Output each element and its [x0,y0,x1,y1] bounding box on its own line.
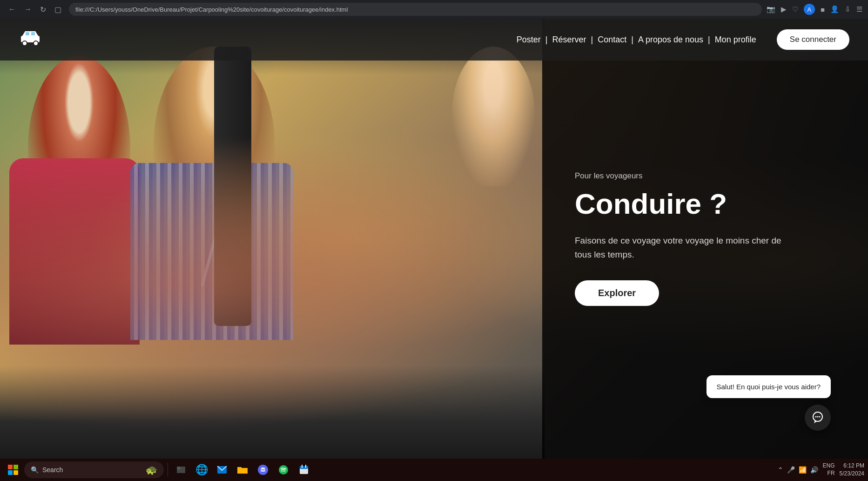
website-container: Poster | Réserver | Contact | A propos d… [0,19,868,459]
browser-nav-buttons: ← → ↻ ▢ [6,4,64,15]
connect-button[interactable]: Se connecter [777,29,849,50]
microphone-icon[interactable]: 🎤 [787,466,795,474]
address-text: file:///C:/Users/youss/OneDrive/Bureau/P… [75,6,348,13]
taskbar-app-spotify[interactable] [274,461,293,479]
nav-about[interactable]: A propos de nous [636,35,705,45]
taskbar-app-mail[interactable] [213,461,231,479]
date-display: 5/23/2024 [840,470,864,478]
nav-profile[interactable]: Mon profile [713,35,758,45]
hero-description: Faisons de ce voyage votre voyage le moi… [575,234,798,262]
svg-rect-9 [177,467,181,470]
back-button[interactable]: ← [6,4,19,14]
taskbar-search-icon: 🔍 [31,466,39,474]
svg-point-6 [815,416,817,418]
svg-rect-4 [31,32,35,35]
extensions-icon[interactable]: ■ [821,6,825,14]
browser-toolbar-icons: 📷 ▶ ♡ A ■ 👤 ⇩ ☰ [767,4,862,15]
start-button[interactable] [4,461,22,479]
time-display: 6:12 PM [840,462,864,470]
heart-icon[interactable]: ♡ [792,5,798,14]
nav-contact[interactable]: Contact [596,35,628,45]
taskbar-system-tray: ⌃ 🎤 📶 🔊 ENG FR 6:12 PM 5/23/2024 [778,462,864,478]
system-icons: ⌃ 🎤 📶 🔊 [778,466,818,474]
home-button[interactable]: ▢ [52,4,64,15]
nav-poster[interactable]: Poster [515,35,543,45]
chat-bubble: Salut! En quoi puis-je vous aider? [707,375,831,398]
svg-rect-11 [177,470,181,473]
chat-message: Salut! En quoi puis-je vous aider? [717,383,821,391]
svg-rect-10 [181,467,185,473]
volume-icon[interactable]: 🔊 [810,466,818,474]
account-circle-icon[interactable]: A [804,4,815,15]
browser-chrome: ← → ↻ ▢ file:///C:/Users/youss/OneDrive/… [0,0,868,19]
nav-sep-3: | [628,35,636,45]
taskbar-search-bar[interactable]: 🔍 Search 🐢 [24,461,164,478]
taskbar-search-text: Search [42,466,63,474]
taskbar-divider-1 [168,463,168,477]
navbar-links: Poster | Réserver | Contact | A propos d… [515,35,758,45]
navbar-logo[interactable] [19,29,42,50]
svg-point-1 [22,41,27,46]
nav-sep-2: | [588,35,596,45]
taskbar: 🔍 Search 🐢 🌐 ⌃ 🎤 📶 🔊 ENG FR 6:12 [0,459,868,481]
nav-reserver[interactable]: Réserver [551,35,588,45]
screenshot-icon[interactable]: 📷 [767,5,775,14]
taskbar-turtle-emoji: 🐢 [146,464,157,475]
address-bar[interactable]: file:///C:/Users/youss/OneDrive/Bureau/P… [69,3,762,16]
svg-point-14 [262,469,263,471]
forward-button[interactable]: → [21,4,34,14]
navbar: Poster | Réserver | Contact | A propos d… [0,19,868,61]
menu-icon[interactable]: ☰ [856,5,862,14]
explorer-button[interactable]: Explorer [575,280,659,306]
chat-button[interactable] [805,405,831,431]
language-indicator[interactable]: ENG FR [823,462,835,477]
taskbar-clock[interactable]: 6:12 PM 5/23/2024 [840,462,864,478]
nav-sep-4: | [705,35,713,45]
hero-title: Conduire ? [575,188,835,220]
svg-point-15 [263,469,265,471]
wifi-icon[interactable]: 📶 [799,466,807,474]
chevron-up-icon[interactable]: ⌃ [778,466,783,474]
refresh-button[interactable]: ↻ [37,4,49,15]
hero-subtitle: Pour les voyageurs [575,171,835,181]
svg-rect-3 [26,32,29,35]
svg-point-8 [819,416,821,418]
cast-icon[interactable]: ▶ [781,5,787,14]
svg-point-7 [817,416,819,418]
taskbar-app-discord[interactable] [254,461,272,479]
taskbar-app-edge[interactable]: 🌐 [192,461,211,479]
svg-point-2 [34,41,38,46]
windows-logo [8,465,18,475]
taskbar-app-calendar[interactable] [295,461,313,479]
profile-icon[interactable]: 👤 [830,5,839,14]
taskbar-app-folder[interactable] [233,461,252,479]
svg-rect-18 [300,466,308,469]
nav-sep-1: | [543,35,551,45]
download-icon[interactable]: ⇩ [845,5,851,14]
taskbar-app-files[interactable] [172,461,190,479]
